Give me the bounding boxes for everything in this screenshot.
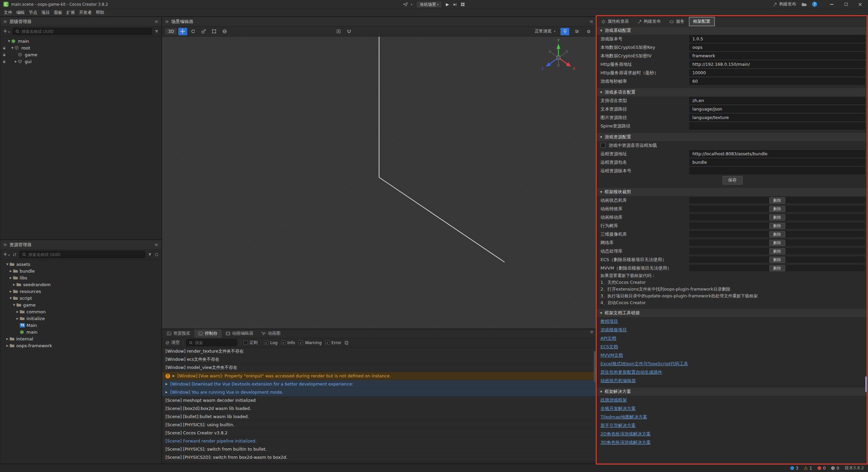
- console-search-input[interactable]: [195, 340, 234, 345]
- tree-node-Main[interactable]: TSMain: [0, 322, 161, 329]
- menu-item-0[interactable]: 文件: [2, 10, 14, 16]
- menu-item-5[interactable]: 扩展: [64, 10, 77, 16]
- property-input[interactable]: [689, 61, 865, 68]
- doc-link[interactable]: 战旗游戏框架: [600, 397, 627, 403]
- menu-item-7[interactable]: 帮助: [94, 10, 106, 16]
- checkbox-icon[interactable]: ✓: [326, 340, 330, 345]
- pivot-toggle-button[interactable]: [334, 28, 343, 35]
- arrow-right-icon[interactable]: ▶: [5, 344, 9, 347]
- step-button[interactable]: [453, 3, 457, 6]
- menu-item-1[interactable]: 编辑: [14, 10, 27, 16]
- expand-arrow-icon[interactable]: ▶: [165, 391, 167, 394]
- doc-link[interactable]: 动画状态机编辑器: [600, 378, 636, 384]
- scene-viewport[interactable]: Y X z: [162, 37, 596, 329]
- console-filter-Info[interactable]: ✓Info: [281, 340, 295, 345]
- tree-node-gui[interactable]: ▶gui: [0, 58, 161, 65]
- clear-console-button[interactable]: 清空: [165, 340, 180, 346]
- console-log-row[interactable]: [Scene] [box2d]:box2d wasm lib loaded.: [162, 405, 596, 413]
- delete-button[interactable]: 删除: [769, 231, 785, 237]
- doc-link[interactable]: 2D角色扮演游戏解决方案: [600, 431, 651, 437]
- rotate-tool-button[interactable]: [189, 28, 198, 35]
- tree-node-assets[interactable]: ▼assets: [0, 261, 161, 268]
- tree-node-libs[interactable]: ▶libs: [0, 274, 161, 281]
- open-project-folder-button[interactable]: [802, 2, 807, 6]
- arrow-down-icon[interactable]: ▼: [12, 303, 16, 307]
- property-input[interactable]: [689, 35, 865, 42]
- inspector-tab-构建发布[interactable]: 构建发布: [633, 17, 665, 26]
- inspector-tab-服务[interactable]: 服务: [665, 17, 689, 26]
- copy-log-icon[interactable]: [344, 341, 349, 345]
- console-log-row[interactable]: !▶[Window] [Vue warn]: Property "onInput…: [162, 372, 596, 380]
- filter-icon[interactable]: [148, 253, 152, 257]
- arrow-down-icon[interactable]: ▼: [7, 40, 11, 43]
- console-log-row[interactable]: [Window] model_view文件夹不存在: [162, 364, 596, 372]
- status-info-count[interactable]: 3: [790, 466, 798, 471]
- tree-node-seedrandom[interactable]: ▶seedrandom: [0, 281, 161, 288]
- orientation-gizmo[interactable]: Y X z: [538, 37, 579, 78]
- arrow-right-icon[interactable]: ▶: [8, 276, 13, 279]
- delete-button[interactable]: 删除: [769, 265, 785, 271]
- status-error-count[interactable]: 0: [817, 466, 826, 471]
- doc-link[interactable]: API文档: [600, 335, 616, 341]
- view-mode-select[interactable]: 正常浏览▾: [533, 28, 557, 35]
- arrow-right-icon[interactable]: ▶: [8, 270, 13, 273]
- maximize-button[interactable]: [842, 3, 850, 6]
- expand-arrow-icon[interactable]: ▶: [165, 382, 167, 386]
- scale-tool-button[interactable]: [199, 28, 208, 35]
- tree-node-main[interactable]: main: [0, 329, 161, 335]
- property-input[interactable]: [689, 105, 865, 113]
- filter-icon[interactable]: [155, 29, 159, 34]
- close-button[interactable]: ×: [856, 2, 865, 7]
- doc-link[interactable]: 原生包热更新配置自动生成插件: [600, 369, 662, 375]
- doc-link[interactable]: ECS文档: [600, 344, 618, 350]
- tree-node-resources[interactable]: ▶resources: [0, 288, 161, 295]
- tree-node-game[interactable]: game: [0, 51, 161, 58]
- tree-node-common[interactable]: ▶common: [0, 308, 161, 315]
- scene-select[interactable]: 当前场景▾: [416, 1, 442, 8]
- tree-node-bundle[interactable]: ▶bundle: [0, 268, 161, 274]
- create-asset-button[interactable]: +▾: [3, 252, 10, 257]
- inspector-tab-框架配置[interactable]: 框架配置: [689, 17, 715, 26]
- lighting-toggle-button[interactable]: [560, 28, 569, 35]
- create-node-button[interactable]: +▾: [3, 29, 10, 34]
- console-scrollbar[interactable]: [594, 351, 596, 382]
- panel-menu-icon[interactable]: ≡: [155, 242, 158, 247]
- refresh-icon[interactable]: [155, 253, 159, 257]
- console-log-row[interactable]: ▶[Window] Download the Vue Devtools exte…: [162, 380, 596, 388]
- snap-toggle-button[interactable]: [345, 28, 354, 35]
- arrow-down-icon[interactable]: ▼: [10, 46, 15, 50]
- doc-link[interactable]: MVVM文档: [600, 352, 623, 358]
- console-log-row[interactable]: [Scene] meshopt wasm decoder initialized: [162, 396, 596, 405]
- property-input[interactable]: [689, 167, 865, 174]
- panel-menu-icon[interactable]: ≡: [155, 19, 158, 24]
- hierarchy-search[interactable]: [13, 28, 152, 35]
- console-log-row[interactable]: [Window] render_texture文件夹不存在: [162, 348, 596, 356]
- arrow-right-icon[interactable]: ▶: [15, 317, 20, 320]
- rect-tool-button[interactable]: [210, 28, 219, 35]
- expand-arrow-icon[interactable]: ▶: [173, 374, 175, 377]
- panel-menu-icon[interactable]: ≡: [590, 329, 594, 338]
- doc-link[interactable]: Excel格式转Json文件与TypeScript代码工具: [600, 361, 688, 367]
- delete-button[interactable]: 删除: [769, 257, 785, 263]
- menu-item-6[interactable]: 开发者: [77, 10, 94, 16]
- tree-node-main[interactable]: ▼main: [0, 38, 161, 44]
- section-header[interactable]: ▼游戏多语言配置: [597, 88, 868, 96]
- view-options-button[interactable]: [572, 28, 581, 35]
- arrow-right-icon[interactable]: ▶: [5, 337, 9, 340]
- inspector-scrollbar[interactable]: [865, 376, 867, 392]
- delete-button[interactable]: 删除: [769, 214, 785, 220]
- status-task-count[interactable]: 0: [831, 466, 839, 471]
- assets-search-input[interactable]: [28, 252, 142, 257]
- tree-node-oops-framework[interactable]: ▶oops-framework: [0, 342, 161, 349]
- sort-icon[interactable]: [13, 253, 17, 257]
- property-input[interactable]: [689, 122, 865, 130]
- section-header[interactable]: ▼框架解决方案: [597, 388, 868, 396]
- checkbox-icon[interactable]: [243, 340, 248, 345]
- console-log-row[interactable]: [Scene] [PHYSICS]: switch from builtin t…: [162, 445, 596, 453]
- hierarchy-search-input[interactable]: [22, 29, 149, 34]
- menu-item-4[interactable]: 面板: [52, 10, 64, 16]
- help-button[interactable]: ?: [812, 2, 817, 7]
- property-input[interactable]: [689, 78, 865, 85]
- doc-link[interactable]: 教程项目: [600, 318, 618, 324]
- arrow-right-icon[interactable]: ▶: [8, 290, 13, 293]
